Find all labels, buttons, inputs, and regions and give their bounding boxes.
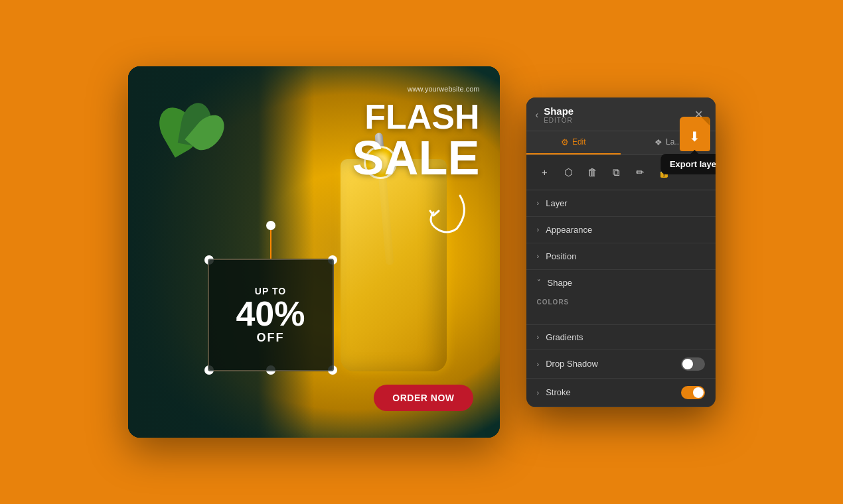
swirl-arrow — [420, 186, 473, 239]
position-chevron: › — [537, 252, 540, 260]
canvas-card: www.yourwebsite.com FLASH SALE — [128, 66, 500, 438]
drop-shadow-label: Drop Shadow — [546, 359, 598, 369]
gradients-chevron: › — [537, 333, 540, 341]
panel-sections: › Layer › Appearance › Position ˅ Shape … — [526, 190, 716, 407]
shape-header-row[interactable]: ˅ Shape — [526, 270, 716, 296]
layer-section-row[interactable]: › Layer — [526, 190, 716, 217]
export-tooltip: Export layer — [660, 154, 716, 174]
layer-chevron: › — [537, 199, 540, 207]
order-now-label: ORDER NOW — [392, 393, 454, 403]
group-button[interactable]: ⬡ — [558, 162, 579, 183]
drop-shadow-toggle-off[interactable] — [681, 357, 705, 371]
main-layout: www.yourwebsite.com FLASH SALE — [128, 66, 716, 438]
shape-label: Shape — [548, 278, 573, 288]
group-icon: ⬡ — [564, 166, 573, 178]
shape-chevron: ˅ — [537, 279, 541, 287]
mint-leaves — [148, 99, 228, 166]
website-url-text: www.yourwebsite.com — [408, 85, 480, 93]
appearance-section-row[interactable]: › Appearance — [526, 217, 716, 243]
percent-text: 40% — [236, 296, 305, 331]
add-icon: + — [542, 166, 548, 178]
gradients-row[interactable]: › Gradients — [526, 325, 716, 350]
selection-container: UP TO 40% OFF — [208, 259, 334, 371]
drop-shadow-row[interactable]: › Drop Shadow — [526, 350, 716, 379]
edit-tab-icon: ⚙ — [561, 137, 569, 147]
edit-tab-label: Edit — [572, 137, 586, 147]
position-section-row[interactable]: › Position — [526, 243, 716, 270]
pen-icon: ✏ — [636, 166, 645, 178]
stroke-chevron: › — [537, 389, 540, 397]
shape-expanded-section: ˅ Shape COLORS — [526, 270, 716, 325]
editor-panel: ‹ Shape EDITOR ✕ ⚙ Edit ❖ La... + — [526, 97, 716, 407]
panel-toolbar: + ⬡ 🗑 ⧉ ✏ 🔒 ⬇ — [526, 155, 716, 190]
tab-edit[interactable]: ⚙ Edit — [526, 131, 621, 155]
panel-header-left: ‹ Shape EDITOR — [536, 105, 574, 124]
sale-text: SALE — [352, 134, 479, 182]
panel-subtitle: EDITOR — [544, 117, 574, 124]
duplicate-button[interactable]: ⧉ — [606, 162, 627, 183]
canvas-main-text: FLASH SALE — [352, 99, 479, 182]
colors-label: COLORS — [526, 296, 716, 311]
drop-shadow-chevron: › — [537, 360, 540, 368]
panel-title-group: Shape EDITOR — [544, 105, 574, 124]
position-label: Position — [546, 251, 576, 261]
delete-icon: 🗑 — [587, 166, 597, 178]
export-file-icon[interactable]: ⬇ — [680, 117, 710, 151]
pen-button[interactable]: ✏ — [630, 162, 651, 183]
top-connection-line — [270, 225, 271, 259]
duplicate-icon: ⧉ — [613, 166, 620, 178]
appearance-label: Appearance — [546, 225, 592, 235]
gradients-label: Gradients — [546, 332, 583, 342]
off-text: OFF — [257, 331, 285, 345]
panel-title: Shape — [544, 105, 574, 117]
promo-box-wrapper[interactable]: UP TO 40% OFF — [208, 259, 334, 371]
layer-label: Layer — [546, 198, 568, 208]
layers-tab-icon: ❖ — [654, 137, 662, 147]
export-download-icon: ⬇ — [689, 129, 700, 145]
appearance-chevron: › — [537, 225, 540, 233]
stroke-label: Stroke — [546, 387, 571, 397]
export-tooltip-text: Export layer — [670, 159, 716, 169]
delete-button[interactable]: 🗑 — [582, 162, 603, 183]
top-far-handle[interactable] — [266, 221, 275, 230]
add-button[interactable]: + — [534, 162, 556, 183]
color-swatches — [526, 311, 716, 324]
order-now-button[interactable]: ORDER NOW — [374, 385, 473, 411]
flash-text: FLASH — [352, 99, 479, 134]
website-url: www.yourwebsite.com — [408, 85, 480, 93]
back-button[interactable]: ‹ — [536, 109, 539, 120]
stroke-toggle-on[interactable] — [681, 386, 705, 399]
promo-box: UP TO 40% OFF — [208, 259, 334, 371]
export-layer-group: ⬇ Export layer — [680, 117, 710, 151]
stroke-row[interactable]: › Stroke — [526, 379, 716, 407]
